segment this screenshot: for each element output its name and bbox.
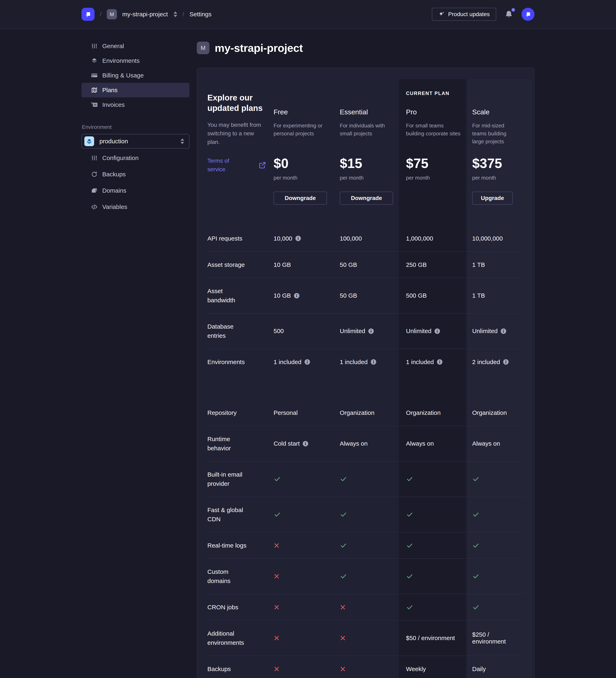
project-initial-badge: M	[107, 9, 117, 20]
info-icon[interactable]	[503, 359, 509, 365]
check-icon	[274, 511, 281, 518]
sidebar-item-environments[interactable]: Environments	[81, 53, 190, 68]
feature-value-text: Always on	[472, 440, 500, 447]
feature-value: Organization	[340, 409, 406, 416]
settings-sidebar: General Environments Billing & Usage	[81, 39, 190, 678]
plan-description: For mid-sized teams building large proje…	[472, 122, 513, 155]
feature-value	[340, 542, 406, 549]
plan-description: For experimenting or personal projects	[274, 122, 329, 155]
feature-label: Built-in email provider	[207, 470, 254, 488]
feature-label: Fast & global CDN	[207, 505, 254, 524]
notifications-bell[interactable]	[504, 9, 514, 19]
breadcrumb: / M my-strapi-project / Settings	[81, 8, 211, 21]
feature-value: 1 included	[274, 359, 340, 366]
environment-select-chevrons	[180, 139, 184, 144]
feature-value	[406, 604, 472, 611]
feature-value-text: 100,000	[340, 235, 362, 242]
plans-intro: Explore our updated plans You may benefi…	[207, 90, 274, 205]
feature-value	[274, 604, 340, 610]
strapi-glyph	[84, 10, 92, 18]
product-updates-button[interactable]: Product updates	[432, 8, 496, 21]
feature-value-text: 50 GB	[340, 261, 357, 268]
product-updates-label: Product updates	[448, 11, 490, 17]
feature-value: 10 GB	[274, 292, 340, 299]
feature-value: Unlimited	[472, 328, 524, 335]
cross-icon	[274, 666, 280, 672]
feature-value-text: 250 GB	[406, 261, 427, 268]
downgrade-button-essential[interactable]: Downgrade	[340, 192, 393, 205]
feature-value	[406, 573, 472, 580]
feature-row: Asset bandwidth10 GB 50 GB500 GB1 TB	[207, 278, 524, 313]
info-icon[interactable]	[500, 328, 506, 334]
sidebar-item-general[interactable]: General	[81, 39, 190, 53]
feature-value-text: 10 GB	[274, 292, 291, 299]
check-icon	[340, 542, 347, 549]
feature-row: Environments1 included 1 included 1 incl…	[207, 348, 524, 375]
info-icon[interactable]	[368, 328, 374, 334]
sidebar-item-billing[interactable]: Billing & Usage	[81, 68, 190, 83]
sidebar-item-label: Configuration	[102, 154, 138, 161]
info-icon[interactable]	[295, 235, 301, 241]
plan-period: per month	[406, 175, 430, 181]
plan-price: $75	[406, 155, 428, 171]
breadcrumb-project[interactable]: my-strapi-project	[122, 11, 168, 18]
plan-period: per month	[274, 175, 297, 181]
breadcrumb-settings[interactable]: Settings	[190, 11, 211, 18]
feature-value-text: Daily	[472, 666, 486, 673]
feature-row: Runtime behaviorCold start Always onAlwa…	[207, 426, 524, 461]
feature-value-text: 1 included	[274, 359, 301, 366]
project-initial-badge: M	[197, 42, 209, 54]
page-header: M my-strapi-project	[197, 42, 535, 54]
sidebar-item-plans[interactable]: Plans	[81, 83, 190, 98]
plan-period: per month	[472, 175, 496, 181]
feature-value-text: Cold start	[274, 440, 300, 447]
feature-value: Cold start	[274, 440, 340, 447]
sidebar-item-label: Domains	[102, 187, 126, 194]
feature-value	[406, 511, 472, 518]
info-icon[interactable]	[304, 359, 310, 365]
strapi-logo[interactable]	[81, 8, 94, 21]
plan-description: For individuals with small projects	[340, 122, 395, 155]
feature-value: 500 GB	[406, 292, 472, 299]
upgrade-button-scale[interactable]: Upgrade	[472, 192, 513, 205]
feature-row: Additional environments$50 / environment…	[207, 620, 524, 655]
feature-value: Always on	[472, 440, 524, 447]
feature-value	[472, 511, 524, 518]
check-icon	[340, 511, 347, 518]
feature-value-text: Organization	[340, 409, 374, 416]
feature-value	[472, 573, 524, 580]
feature-value: 500	[274, 328, 340, 335]
feature-label: Repository	[207, 408, 254, 417]
environment-select[interactable]: production	[81, 134, 190, 149]
feature-value-text: 500	[274, 328, 284, 335]
strapi-glyph	[524, 10, 532, 18]
feature-value	[274, 542, 340, 549]
sidebar-item-domains[interactable]: Domains	[81, 183, 190, 198]
info-icon[interactable]	[294, 293, 300, 299]
feature-value: 50 GB	[340, 261, 406, 268]
downgrade-button-free[interactable]: Downgrade	[274, 192, 327, 205]
sidebar-item-variables[interactable]: Variables	[81, 199, 190, 214]
feature-value	[406, 542, 472, 549]
project-switcher-icon[interactable]	[173, 11, 177, 17]
info-icon[interactable]	[371, 359, 376, 365]
plan-column-essential: Essential For individuals with small pro…	[340, 90, 406, 205]
sidebar-item-invoices[interactable]: $ Invoices	[81, 98, 190, 112]
terms-of-service-link[interactable]: Terms of service	[207, 157, 266, 174]
info-icon[interactable]	[302, 441, 309, 447]
user-avatar[interactable]	[522, 8, 535, 21]
feature-value-text: Always on	[406, 440, 434, 447]
sliders-icon	[91, 155, 98, 161]
info-icon[interactable]	[434, 328, 440, 334]
feature-value-text: Personal	[274, 409, 298, 416]
plan-column-free: Free For experimenting or personal proje…	[274, 90, 340, 205]
sidebar-item-backups[interactable]: Backups	[81, 167, 190, 182]
sidebar-item-configuration[interactable]: Configuration	[81, 151, 190, 165]
cross-icon	[274, 635, 280, 641]
feature-value-text: 2 included	[472, 359, 500, 366]
sliders-icon	[91, 43, 98, 49]
feature-row: Built-in email provider	[207, 461, 524, 497]
feature-row: Real-time logs	[207, 532, 524, 558]
info-icon[interactable]	[437, 359, 443, 365]
plan-headers: Explore our updated plans You may benefi…	[207, 90, 524, 205]
